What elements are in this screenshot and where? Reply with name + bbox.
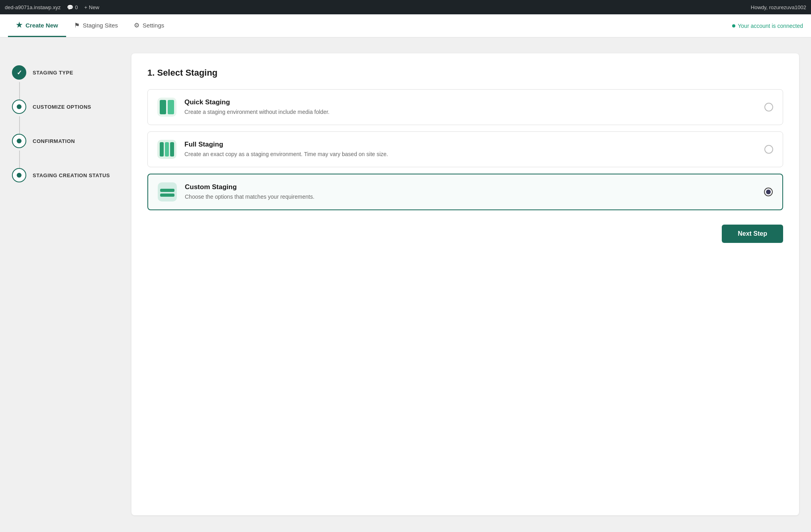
footer-actions: Next Step [147, 225, 783, 243]
admin-bar-howdy: Howdy, rozurezuva1002 [751, 4, 806, 10]
full-staging-radio[interactable] [764, 145, 773, 154]
custom-staging-radio[interactable] [764, 188, 773, 196]
custom-staging-text: Custom Staging Choose the options that m… [185, 183, 756, 201]
step-staging-type-label: STAGING TYPE [33, 70, 73, 76]
tab-staging-sites[interactable]: ⚑ Staging Sites [66, 15, 126, 37]
main-panel: 1. Select Staging Quick Staging Create a… [131, 53, 799, 515]
step-circle-dot-3 [17, 173, 22, 178]
step-staging-type-circle: ✓ [12, 65, 26, 80]
step-customize-options: CUSTOMIZE OPTIONS [12, 100, 116, 134]
custom-staging-desc: Choose the options that matches your req… [185, 193, 756, 201]
comment-icon: 💬 [67, 4, 73, 10]
svg-rect-2 [160, 142, 164, 156]
full-staging-desc: Create an exact copy as a staging enviro… [184, 150, 756, 158]
tab-create-new[interactable]: ★ Create New [8, 14, 66, 37]
star-icon: ★ [16, 21, 22, 29]
full-staging-text: Full Staging Create an exact copy as a s… [184, 141, 756, 158]
admin-bar-new-button[interactable]: + New [84, 4, 99, 10]
step-confirmation: CONFIRMATION [12, 134, 116, 168]
full-staging-icon [157, 140, 176, 159]
account-status: Your account is connected [732, 23, 803, 29]
full-staging-name: Full Staging [184, 141, 756, 149]
step-customize-options-circle [12, 100, 26, 114]
panel-title: 1. Select Staging [147, 68, 783, 78]
tab-staging-sites-label: Staging Sites [83, 22, 118, 29]
quick-staging-desc: Create a staging environment without inc… [184, 108, 756, 116]
option-custom-staging[interactable]: Custom Staging Choose the options that m… [147, 174, 783, 210]
quick-staging-radio[interactable] [764, 103, 773, 111]
custom-staging-name: Custom Staging [185, 183, 756, 191]
plugin-nav: ★ Create New ⚑ Staging Sites ⚙ Settings … [0, 14, 811, 37]
svg-rect-0 [160, 100, 166, 114]
svg-rect-4 [170, 142, 174, 156]
step-customize-options-label: CUSTOMIZE OPTIONS [33, 104, 91, 110]
checkmark-icon: ✓ [17, 69, 22, 76]
svg-rect-1 [168, 100, 174, 114]
step-creation-status-label: STAGING CREATION STATUS [33, 172, 110, 178]
step-circle-dot [17, 104, 22, 109]
main-content: ✓ STAGING TYPE CUSTOMIZE OPTIONS CONFIRM… [0, 37, 811, 531]
account-connected-dot [732, 24, 735, 27]
step-creation-status: STAGING CREATION STATUS [12, 168, 116, 202]
steps-sidebar: ✓ STAGING TYPE CUSTOMIZE OPTIONS CONFIRM… [12, 53, 116, 515]
quick-staging-text: Quick Staging Create a staging environme… [184, 98, 756, 116]
admin-bar-site: ded-a9071a.instawp.xyz [5, 4, 61, 10]
new-label: New [89, 4, 99, 10]
option-full-staging[interactable]: Full Staging Create an exact copy as a s… [147, 131, 783, 167]
gear-icon: ⚙ [134, 22, 139, 29]
plus-icon: + [84, 4, 87, 10]
svg-rect-5 [160, 189, 174, 192]
step-circle-dot-2 [17, 139, 22, 143]
custom-staging-icon [158, 182, 177, 201]
quick-staging-name: Quick Staging [184, 98, 756, 106]
quick-staging-icon [157, 98, 176, 117]
next-step-button[interactable]: Next Step [722, 225, 783, 243]
flag-icon: ⚑ [74, 22, 80, 29]
admin-bar: ded-a9071a.instawp.xyz 💬 0 + New Howdy, … [0, 0, 811, 14]
step-confirmation-label: CONFIRMATION [33, 138, 75, 144]
option-quick-staging[interactable]: Quick Staging Create a staging environme… [147, 89, 783, 125]
comment-count: 0 [75, 4, 78, 10]
tab-settings-label: Settings [143, 22, 164, 29]
account-status-label: Your account is connected [738, 23, 803, 29]
admin-bar-comments[interactable]: 💬 0 [67, 4, 78, 10]
step-staging-type: ✓ STAGING TYPE [12, 65, 116, 100]
tab-create-new-label: Create New [25, 22, 58, 29]
svg-rect-3 [165, 142, 169, 156]
step-creation-status-circle [12, 168, 26, 182]
step-confirmation-circle [12, 134, 26, 148]
svg-rect-6 [160, 194, 174, 197]
tab-settings[interactable]: ⚙ Settings [126, 15, 172, 37]
